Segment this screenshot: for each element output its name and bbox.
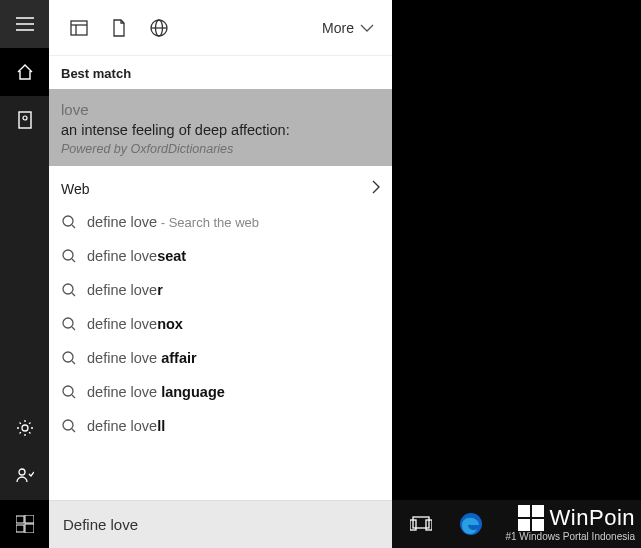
svg-rect-9	[16, 525, 24, 532]
task-view-button[interactable]	[402, 505, 440, 543]
search-icon	[61, 316, 77, 332]
apps-filter-icon[interactable]	[59, 8, 99, 48]
svg-point-6	[19, 469, 25, 475]
svg-point-17	[63, 216, 73, 226]
svg-line-28	[72, 395, 75, 398]
search-icon	[61, 418, 77, 434]
svg-line-26	[72, 361, 75, 364]
settings-button[interactable]	[0, 404, 49, 452]
best-match-definition: an intense feeling of deep affection:	[61, 122, 380, 138]
more-label: More	[322, 20, 354, 36]
search-icon	[61, 282, 77, 298]
start-button[interactable]	[0, 500, 49, 548]
svg-point-21	[63, 284, 73, 294]
svg-rect-10	[25, 524, 34, 533]
svg-point-27	[63, 386, 73, 396]
cortana-sidebar	[0, 0, 49, 548]
svg-line-18	[72, 225, 75, 228]
search-icon	[61, 214, 77, 230]
suggestion-item[interactable]: define lovenox	[49, 307, 392, 341]
svg-point-29	[63, 420, 73, 430]
search-icon	[61, 248, 77, 264]
svg-rect-11	[71, 21, 87, 35]
hamburger-button[interactable]	[0, 0, 49, 48]
svg-line-20	[72, 259, 75, 262]
search-input[interactable]: Define love	[49, 500, 392, 548]
suggestion-item[interactable]: define lover	[49, 273, 392, 307]
svg-point-25	[63, 352, 73, 362]
suggestion-item[interactable]: define love affair	[49, 341, 392, 375]
web-filter-icon[interactable]	[139, 8, 179, 48]
chevron-down-icon	[360, 24, 374, 32]
svg-line-24	[72, 327, 75, 330]
suggestion-item[interactable]: define lovell	[49, 409, 392, 443]
feedback-button[interactable]	[0, 452, 49, 500]
web-section-header[interactable]: Web	[49, 166, 392, 205]
search-panel: More Best match love an intense feeling …	[49, 0, 392, 548]
svg-line-22	[72, 293, 75, 296]
filter-toolbar: More	[49, 0, 392, 56]
best-match-result[interactable]: love an intense feeling of deep affectio…	[49, 89, 392, 166]
home-button[interactable]	[0, 48, 49, 96]
best-match-header: Best match	[49, 56, 392, 89]
svg-line-30	[72, 429, 75, 432]
web-label: Web	[61, 181, 90, 197]
svg-point-4	[23, 116, 27, 120]
search-value: Define love	[63, 516, 138, 533]
best-match-word: love	[61, 101, 380, 118]
edge-browser-icon[interactable]	[452, 505, 490, 543]
best-match-source: Powered by OxfordDictionaries	[61, 142, 380, 156]
suggestion-item[interactable]: define love - Search the web	[49, 205, 392, 239]
suggestion-list: define love - Search the web define love…	[49, 205, 392, 443]
svg-rect-7	[16, 516, 24, 523]
svg-rect-8	[25, 515, 34, 523]
suggestion-item[interactable]: define loveseat	[49, 239, 392, 273]
svg-point-5	[22, 425, 28, 431]
notebook-button[interactable]	[0, 96, 49, 144]
chevron-right-icon	[372, 180, 380, 197]
search-icon	[61, 384, 77, 400]
more-filters-button[interactable]: More	[314, 20, 382, 36]
svg-point-23	[63, 318, 73, 328]
search-icon	[61, 350, 77, 366]
documents-filter-icon[interactable]	[99, 8, 139, 48]
suggestion-item[interactable]: define love language	[49, 375, 392, 409]
svg-point-19	[63, 250, 73, 260]
taskbar	[392, 500, 641, 548]
